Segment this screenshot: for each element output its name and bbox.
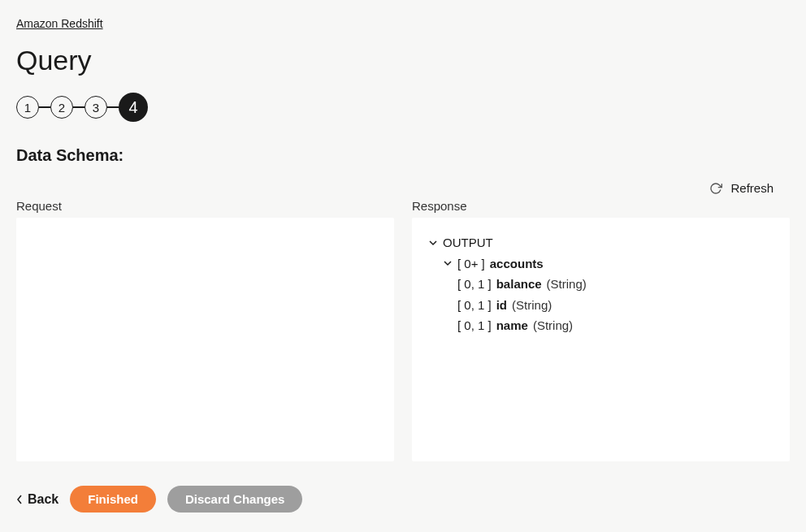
- refresh-icon: [709, 182, 722, 195]
- refresh-label: Refresh: [730, 181, 774, 195]
- response-body: OUTPUT [ 0+ ] accounts [ 0, 1 ] balance …: [412, 218, 790, 461]
- request-body[interactable]: [16, 218, 394, 461]
- response-panel: Response OUTPUT [ 0+ ] accounts [ 0, 1 ]…: [412, 199, 790, 461]
- response-label: Response: [412, 199, 790, 213]
- step-connector: [107, 106, 119, 108]
- chevron-down-icon: [443, 259, 453, 267]
- step-2[interactable]: 2: [50, 96, 73, 119]
- field-type: (String): [533, 315, 573, 336]
- cardinality-label: [ 0+ ]: [457, 253, 485, 275]
- tree-node-accounts[interactable]: [ 0+ ] accounts: [443, 253, 774, 275]
- back-label: Back: [28, 492, 58, 507]
- step-1[interactable]: 1: [16, 96, 39, 119]
- request-panel: Request: [16, 199, 394, 461]
- discard-changes-button[interactable]: Discard Changes: [167, 486, 303, 513]
- field-name: balance: [496, 274, 542, 295]
- tree-field-id[interactable]: [ 0, 1 ] id (String): [457, 295, 774, 316]
- field-name: accounts: [490, 253, 544, 275]
- step-connector: [73, 106, 84, 108]
- field-type: (String): [512, 295, 552, 316]
- tree-node-output[interactable]: OUTPUT: [428, 232, 774, 253]
- cardinality-label: [ 0, 1 ]: [457, 315, 492, 336]
- step-4[interactable]: 4: [119, 93, 148, 122]
- tree-node-label: OUTPUT: [443, 232, 493, 253]
- field-name: name: [496, 315, 528, 336]
- field-name: id: [496, 295, 507, 316]
- step-3[interactable]: 3: [84, 96, 107, 119]
- back-button[interactable]: Back: [16, 492, 58, 507]
- cardinality-label: [ 0, 1 ]: [457, 295, 492, 316]
- refresh-button[interactable]: Refresh: [16, 181, 790, 195]
- field-type: (String): [547, 274, 587, 295]
- section-heading: Data Schema:: [16, 146, 790, 165]
- tree-field-name[interactable]: [ 0, 1 ] name (String): [457, 315, 774, 336]
- finished-button[interactable]: Finished: [70, 486, 156, 513]
- chevron-down-icon: [428, 239, 438, 247]
- request-label: Request: [16, 199, 394, 213]
- page-title: Query: [16, 45, 790, 76]
- stepper: 1 2 3 4: [16, 93, 790, 122]
- breadcrumb-link[interactable]: Amazon Redshift: [16, 17, 103, 30]
- step-connector: [39, 106, 50, 108]
- cardinality-label: [ 0, 1 ]: [457, 274, 492, 295]
- tree-field-balance[interactable]: [ 0, 1 ] balance (String): [457, 274, 774, 295]
- chevron-left-icon: [16, 495, 23, 504]
